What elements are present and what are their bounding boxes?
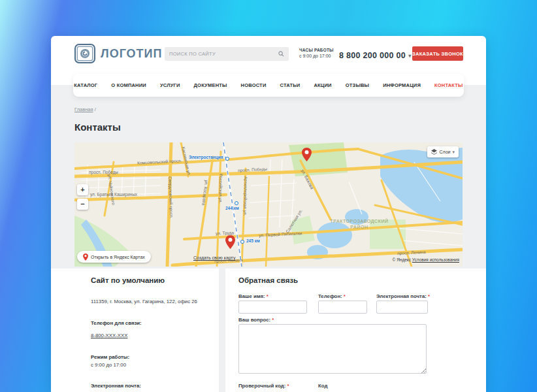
map-copyright: © Яндекс [393, 257, 411, 262]
nav-item-news[interactable]: НОВОСТИ [241, 82, 267, 88]
station-icon [240, 240, 244, 244]
resize-grip-icon[interactable] [421, 368, 426, 373]
chevron-down-icon[interactable]: ▾ [408, 53, 411, 59]
question-field-label: Ваш вопрос: * [238, 317, 274, 323]
map-marker-icon[interactable] [302, 148, 312, 164]
phone-field-label-text: Телефон: [318, 293, 342, 299]
name-input[interactable] [238, 301, 307, 314]
contact-phone-link[interactable]: 8-800-XXX-XXX [91, 333, 127, 338]
required-mark: * [272, 317, 274, 323]
header-phone-number: 8 800 200 000 00 [339, 51, 406, 60]
map-terms-link[interactable]: Условия использования [412, 257, 459, 262]
nav-item-articles[interactable]: СТАТЬИ [280, 82, 301, 88]
captcha-label: Проверочный код: * [238, 383, 289, 389]
breadcrumb-home-link[interactable]: Главная [74, 106, 93, 112]
breadcrumb: Главная / [74, 106, 96, 112]
nav-item-about[interactable]: О КОМПАНИИ [111, 82, 146, 88]
contact-info-panel: Сайт по умолчанию 111359, г. Москва, ул.… [51, 269, 219, 392]
search-input[interactable] [169, 51, 278, 57]
required-mark: * [267, 293, 268, 299]
required-mark: * [344, 293, 346, 299]
map-district-label: ТРАКТОРОЗАВОДСКИЙ РАЙОН [328, 218, 391, 230]
nav-item-documents[interactable]: ДОКУМЕНТЫ [194, 82, 227, 88]
map-layers-button[interactable]: Слои ▾ [427, 146, 459, 157]
working-hours: ЧАСЫ РАБОТЫ с 9:00 до 17:00 [299, 47, 334, 60]
map-marker-icon[interactable] [225, 235, 235, 252]
chevron-down-icon: ▾ [452, 150, 455, 155]
map-attribution: © Яндекс Условия использования [393, 257, 459, 262]
working-hours-label: ЧАСЫ РАБОТЫ [299, 47, 334, 53]
feedback-form-panel: Обратная связь Ваше имя: * Телефон: * Эл… [225, 269, 486, 392]
nav-item-services[interactable]: УСЛУГИ [160, 82, 180, 88]
captcha-label-text: Проверочный код: [238, 383, 285, 389]
captcha-code-label: Код [318, 383, 327, 389]
map-zoom-out-button[interactable]: − [77, 199, 88, 210]
contact-address: 111359, г. Москва, ул. Гагарина, 122, оф… [91, 299, 208, 306]
map-street-label: просп. Победы [89, 170, 118, 174]
nav-item-reviews[interactable]: ОТЗЫВЫ [346, 82, 369, 88]
site-logo[interactable]: ЛОГОТИП [74, 44, 162, 63]
contact-hours-label: Режим работы: [91, 354, 208, 360]
phone-input[interactable] [318, 301, 367, 314]
map-street-label: Артиллерийская ул. [243, 176, 248, 216]
site-card: ЛОГОТИП ЧАСЫ РАБОТЫ с 9:00 до 17:00 8 80… [51, 36, 486, 392]
logo-text: ЛОГОТИП [101, 47, 162, 61]
question-textarea[interactable] [238, 324, 427, 374]
contact-phone-label: Телефон для связи: [91, 320, 208, 326]
working-hours-value: с 9:00 до 17:00 [299, 53, 334, 59]
open-in-yandex-maps-label: Открыть в Яндекс Картах [91, 255, 145, 259]
layers-icon [431, 149, 437, 155]
main-nav: КАТАЛОГ О КОМПАНИИ УСЛУГИ ДОКУМЕНТЫ НОВО… [73, 74, 464, 97]
map-station-label: 244 км [225, 206, 239, 210]
breadcrumb-separator: / [95, 106, 96, 112]
pin-icon [83, 253, 88, 261]
contact-hours-value: с 9:00 до 17:00 [91, 362, 208, 369]
name-field-label-text: Ваше имя: [238, 293, 265, 299]
map-station-label: 245 км [246, 238, 260, 243]
search-icon[interactable] [278, 51, 284, 57]
nav-item-promos[interactable]: АКЦИИ [314, 82, 331, 88]
create-map-link[interactable]: Создать свою карту [193, 255, 235, 260]
map-canvas [74, 142, 463, 267]
layers-label: Слои [439, 150, 450, 154]
page-title: Контакты [74, 122, 121, 133]
page-background: ЛОГОТИП ЧАСЫ РАБОТЫ с 9:00 до 17:00 8 80… [0, 0, 537, 392]
site-search [165, 47, 289, 61]
logo-icon [74, 44, 95, 63]
map-zoom-in-button[interactable]: + [77, 184, 88, 195]
contact-panel-title: Сайт по умолчанию [91, 276, 208, 284]
required-mark: * [287, 383, 289, 389]
order-call-button[interactable]: ЗАКАЗАТЬ ЗВОНОК [412, 46, 463, 61]
nav-item-catalog[interactable]: КАТАЛОГ [74, 82, 97, 88]
email-field-label: Электронная почта: * [376, 293, 430, 299]
map-district-line2: РАЙОН [328, 224, 391, 230]
email-field-label-text: Электронная почта: [376, 293, 427, 299]
question-field-label-text: Ваш вопрос: [238, 317, 270, 323]
map-street-label: Российская ул. [218, 174, 223, 203]
contact-email-label: Электронная почта: [91, 383, 208, 389]
station-icon [235, 201, 238, 205]
email-input[interactable] [376, 301, 428, 314]
open-in-yandex-maps-button[interactable]: Открыть в Яндекс Картах [77, 251, 151, 263]
map-district-line1: ТРАКТОРОЗАВОДСКИЙ [328, 218, 391, 224]
nav-item-contacts[interactable]: КОНТАКТЫ [434, 82, 463, 88]
yandex-map[interactable]: Комсомольский просп. просп. Победы просп… [74, 142, 463, 267]
name-field-label: Ваше имя: * [238, 293, 268, 299]
map-station-label: Электростанция [189, 155, 223, 159]
station-icon [225, 157, 229, 161]
header-phone[interactable]: 8 800 200 000 00 ▾ [339, 51, 411, 60]
phone-field-label: Телефон: * [318, 293, 346, 299]
feedback-form-title: Обратная связь [238, 276, 298, 284]
nav-item-information[interactable]: ИНФОРМАЦИЯ [383, 82, 421, 88]
required-mark: * [428, 293, 430, 299]
